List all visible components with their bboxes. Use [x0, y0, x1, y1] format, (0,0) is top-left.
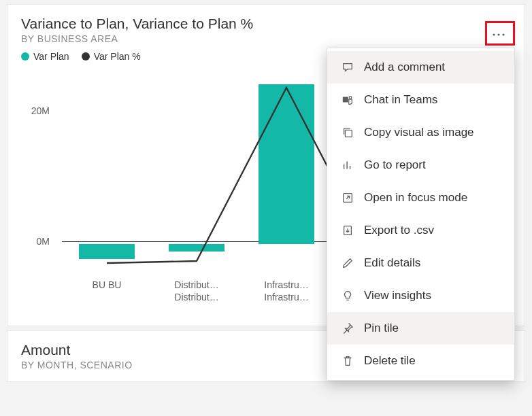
- menu-item-chat-teams[interactable]: Chat in Teams: [327, 84, 514, 116]
- menu-item-label: Open in focus mode: [364, 191, 467, 205]
- svg-rect-3: [343, 97, 348, 103]
- view-insights-icon: [341, 289, 354, 302]
- export-csv-icon: [341, 224, 354, 237]
- bar[interactable]: [242, 74, 331, 278]
- menu-item-delete-tile[interactable]: Delete tile: [327, 345, 514, 377]
- menu-item-label: Add a comment: [364, 60, 445, 74]
- pin-tile-icon: [341, 322, 354, 335]
- legend-label: Var Plan %: [94, 51, 141, 62]
- bar[interactable]: [152, 74, 242, 278]
- menu-item-pin-tile[interactable]: Pin tile: [327, 312, 514, 345]
- menu-item-label: View insights: [364, 289, 431, 302]
- x-axis-label: Infrastru… Infrastru…: [242, 279, 331, 319]
- tile-subtitle: BY BUSINESS AREA: [21, 33, 511, 44]
- legend-swatch: [21, 52, 29, 60]
- tile-title: Variance to Plan, Variance to Plan %: [21, 16, 511, 32]
- menu-item-add-comment[interactable]: Add a comment: [327, 51, 514, 84]
- x-axis-label: BU BU: [62, 279, 152, 319]
- y-axis: 20M 0M: [21, 74, 55, 278]
- menu-item-label: Delete tile: [364, 354, 416, 368]
- menu-item-focus-mode[interactable]: Open in focus mode: [327, 181, 514, 214]
- legend-label: Var Plan: [33, 51, 69, 62]
- tile-context-menu: Add a commentChat in TeamsCopy visual as…: [327, 48, 515, 381]
- menu-item-go-report[interactable]: Go to report: [327, 149, 514, 181]
- focus-mode-icon: [341, 191, 354, 205]
- menu-item-label: Edit details: [364, 256, 420, 270]
- add-comment-icon: [341, 60, 354, 74]
- menu-item-label: Pin tile: [364, 322, 399, 335]
- delete-tile-icon: [341, 354, 354, 368]
- legend-swatch: [82, 52, 90, 60]
- chat-teams-icon: [341, 93, 354, 107]
- svg-point-4: [349, 97, 352, 99]
- bar[interactable]: [62, 74, 152, 278]
- x-axis-label: Distribut… Distribut…: [152, 279, 242, 319]
- y-tick: 0M: [37, 236, 50, 247]
- menu-item-view-insights[interactable]: View insights: [327, 279, 514, 312]
- menu-item-edit-details[interactable]: Edit details: [327, 247, 514, 279]
- y-tick: 20M: [31, 105, 50, 116]
- legend-item-var-plan-pct[interactable]: Var Plan %: [82, 51, 141, 62]
- svg-point-0: [493, 33, 495, 35]
- menu-item-label: Export to .csv: [364, 224, 434, 237]
- svg-point-1: [497, 33, 499, 35]
- edit-details-icon: [341, 256, 354, 270]
- svg-rect-5: [345, 130, 352, 137]
- menu-item-label: Chat in Teams: [364, 93, 437, 107]
- go-report-icon: [341, 158, 354, 172]
- menu-item-export-csv[interactable]: Export to .csv: [327, 214, 514, 247]
- more-options-button[interactable]: [486, 25, 511, 44]
- svg-point-2: [502, 33, 504, 35]
- ellipsis-icon: [492, 33, 505, 37]
- legend-item-var-plan[interactable]: Var Plan: [21, 51, 69, 62]
- menu-item-label: Copy visual as image: [364, 126, 474, 139]
- copy-image-icon: [341, 126, 354, 139]
- menu-item-label: Go to report: [364, 158, 426, 172]
- menu-item-copy-image[interactable]: Copy visual as image: [327, 116, 514, 149]
